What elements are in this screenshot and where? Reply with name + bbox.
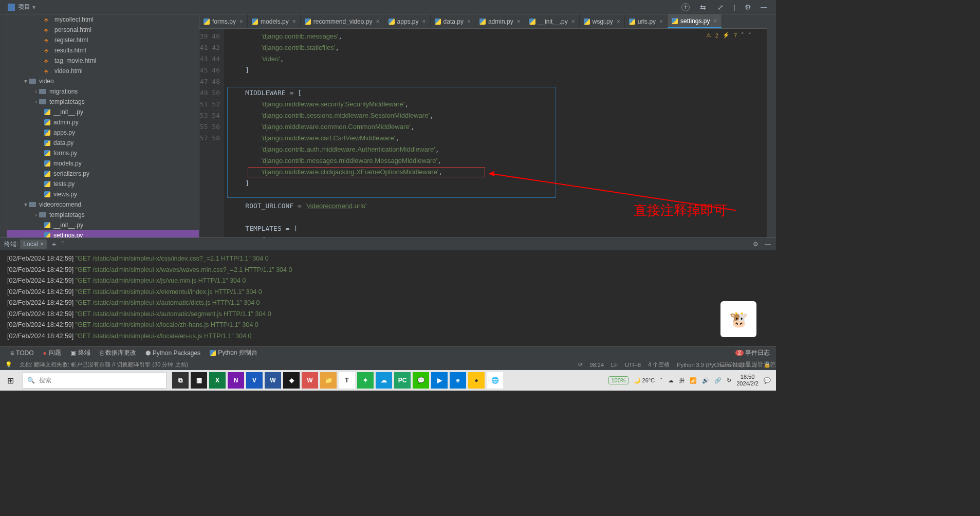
editor-tab[interactable]: settings.py× <box>668 14 722 28</box>
app-icon-3[interactable]: ✦ <box>357 372 374 389</box>
notification-icon[interactable]: 💬 <box>764 377 771 384</box>
chevron-up-icon[interactable]: ˄ <box>741 32 744 39</box>
editor-tab[interactable]: apps.py× <box>384 14 431 28</box>
battery-icon[interactable]: 100% <box>608 376 628 384</box>
pycharm-icon[interactable]: PC <box>394 372 411 389</box>
tool-todo[interactable]: ≡ TODO <box>10 349 33 357</box>
tree-item[interactable]: ⬘tag_movie.html <box>7 56 199 66</box>
tree-item[interactable]: apps.py <box>7 127 199 138</box>
close-icon[interactable]: × <box>376 18 379 25</box>
status-bulb-icon[interactable]: 💡 <box>5 361 12 368</box>
project-label[interactable]: 项目 <box>18 3 30 11</box>
locate-icon[interactable]: ✛ <box>681 3 690 11</box>
onenote-icon[interactable]: N <box>228 372 244 389</box>
excel-icon[interactable]: X <box>209 372 226 389</box>
code-editor[interactable]: 39 40 41 42 43 44 45 46 47 48 49 50 51 5… <box>199 29 767 237</box>
visio-icon[interactable]: V <box>246 372 263 389</box>
tree-item[interactable]: ▾video <box>7 76 199 86</box>
close-icon[interactable]: × <box>571 18 575 25</box>
edge-icon[interactable]: 🌐 <box>487 372 503 389</box>
explorer-icon[interactable]: 📁 <box>320 372 337 389</box>
editor-tab[interactable]: forms.py× <box>199 14 248 28</box>
indent-setting[interactable]: 4 个空格 <box>648 361 670 368</box>
editor-tab[interactable]: models.py× <box>248 14 301 28</box>
app-icon[interactable]: ▦ <box>191 372 207 389</box>
weather-icon[interactable]: 🌙 26°C <box>634 377 655 384</box>
status-sync-icon[interactable]: ⟳ <box>578 361 583 368</box>
collapse-icon[interactable]: ⤢ <box>716 3 725 11</box>
tree-item[interactable]: ▾videorecomend <box>7 199 199 210</box>
editor-tab[interactable]: urls.py× <box>625 14 668 28</box>
edge-legacy-icon[interactable]: e <box>450 372 466 389</box>
editor-tab[interactable]: __init__.py× <box>525 14 580 28</box>
cursor-position[interactable]: 98:24 <box>590 362 604 368</box>
close-icon[interactable]: × <box>467 18 471 25</box>
cloud-icon[interactable]: ☁ <box>668 377 674 384</box>
tool-python-packages[interactable]: ⬢ Python Packages <box>145 349 200 357</box>
close-icon[interactable]: × <box>40 241 44 248</box>
inspection-badges[interactable]: ⚠2 ⚡7 ˄ ˅ <box>706 32 751 39</box>
editor-tab[interactable]: recommend_video.py× <box>301 14 384 28</box>
gear-icon[interactable]: ⚙ <box>745 3 751 11</box>
link-icon[interactable]: 🔗 <box>714 377 722 384</box>
event-log[interactable]: 2 事件日志 <box>735 348 770 357</box>
tree-item[interactable]: ⬘personal.html <box>7 25 199 35</box>
editor-tab[interactable]: admin.py× <box>475 14 525 28</box>
tree-item[interactable]: tests.py <box>7 179 199 189</box>
terminal-output[interactable]: [02/Feb/2024 18:42:59] "GET /static/admi… <box>0 250 776 346</box>
line-separator[interactable]: LF <box>611 362 618 368</box>
tree-item[interactable]: ›templatetags <box>7 210 199 220</box>
tree-item[interactable]: models.py <box>7 158 199 169</box>
tree-item[interactable]: serializers.py <box>7 169 199 179</box>
tree-item[interactable]: ›templatetags <box>7 97 199 107</box>
right-tool-strip[interactable] <box>767 14 776 237</box>
tree-item[interactable]: forms.py <box>7 148 199 158</box>
tray-chevron-icon[interactable]: ˄ <box>660 377 663 384</box>
terminal-settings-icon[interactable]: ⚙ <box>753 241 759 248</box>
tool-terminal[interactable]: ▣ 终端 <box>70 348 90 357</box>
project-dropdown-icon[interactable]: ▾ <box>32 4 35 11</box>
editor-tab[interactable]: data.py× <box>431 14 475 28</box>
tree-item[interactable]: data.py <box>7 138 199 148</box>
terminal-minimize-icon[interactable]: — <box>765 241 771 248</box>
editor-tab[interactable]: wsgi.py× <box>580 14 625 28</box>
tree-item[interactable]: admin.py <box>7 117 199 127</box>
sync-icon[interactable]: ↻ <box>727 377 731 384</box>
hide-icon[interactable]: — <box>761 4 767 11</box>
wifi-icon[interactable]: 📶 <box>690 377 697 384</box>
taskbar-search[interactable]: 🔍 搜索 <box>23 372 167 389</box>
ime-icon[interactable]: 拼 <box>679 377 685 384</box>
expand-icon[interactable]: ⇆ <box>699 3 707 11</box>
project-tree[interactable]: ⬘mycollect.html⬘personal.html⬘register.h… <box>7 14 199 237</box>
left-tool-strip[interactable] <box>0 14 7 237</box>
task-view-icon[interactable]: ⧉ <box>172 372 189 389</box>
tree-item[interactable]: ⬘mycollect.html <box>7 14 199 25</box>
baidu-icon[interactable]: ☁ <box>376 372 392 389</box>
tree-item[interactable]: ›migrations <box>7 86 199 97</box>
tree-item[interactable]: ⬘register.html <box>7 35 199 45</box>
close-icon[interactable]: × <box>713 17 717 25</box>
app-icon-4[interactable]: ● <box>468 372 485 389</box>
close-icon[interactable]: × <box>659 18 663 25</box>
movies-icon[interactable]: ▶ <box>431 372 448 389</box>
tree-item[interactable]: ⬘video.html <box>7 66 199 76</box>
start-button[interactable]: ⊞ <box>0 370 21 391</box>
tree-item[interactable]: views.py <box>7 189 199 199</box>
close-icon[interactable]: × <box>617 18 620 25</box>
terminal-dropdown-icon[interactable]: ˅ <box>61 241 64 248</box>
close-icon[interactable]: × <box>239 18 243 25</box>
tool-python-console[interactable]: Python 控制台 <box>210 348 257 357</box>
close-icon[interactable]: × <box>517 18 521 25</box>
tree-item[interactable]: __init__.py <box>7 220 199 230</box>
tree-item[interactable]: __init__.py <box>7 107 199 117</box>
word-icon[interactable]: W <box>265 372 281 389</box>
app-icon-2[interactable]: ◆ <box>283 372 300 389</box>
volume-icon[interactable]: 🔊 <box>702 377 709 384</box>
file-encoding[interactable]: UTF-8 <box>625 362 641 368</box>
text-icon[interactable]: T <box>339 372 355 389</box>
tree-item[interactable]: ⬘results.html <box>7 45 199 56</box>
wps-icon[interactable]: W <box>302 372 318 389</box>
wechat-icon[interactable]: 💬 <box>413 372 429 389</box>
assistant-avatar[interactable]: 🐮 <box>720 301 756 337</box>
clock[interactable]: 18:502024/2/2 <box>736 374 759 387</box>
